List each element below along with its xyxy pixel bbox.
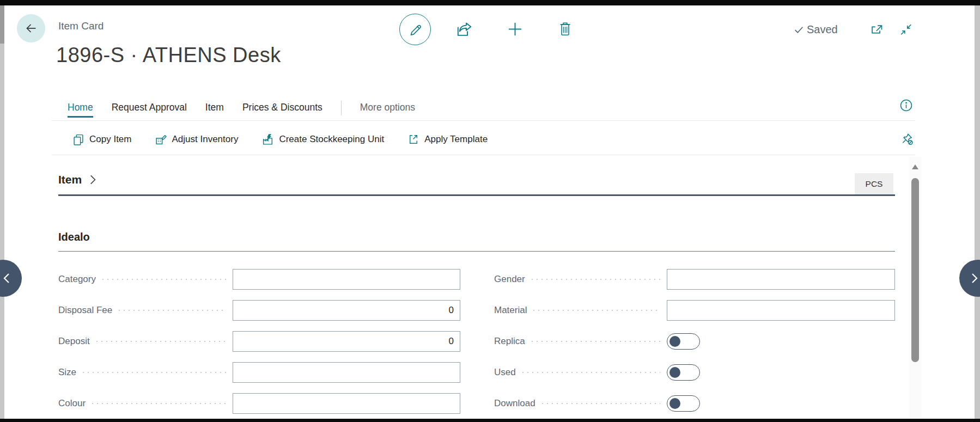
copy-item-label: Copy Item [89, 134, 131, 145]
field-row-replica: Replica [494, 331, 895, 352]
dotted-leader [96, 341, 226, 342]
left-frame-strip-dark [0, 5, 4, 44]
size-label: Size [58, 367, 76, 378]
toggle-knob [669, 398, 680, 409]
new-button[interactable] [507, 21, 524, 38]
copy-item-button[interactable]: Copy Item [72, 133, 131, 145]
download-toggle[interactable] [667, 395, 700, 412]
right-frame-strip [975, 5, 980, 419]
category-label: Category [58, 274, 96, 285]
share-button[interactable] [455, 21, 473, 36]
material-input[interactable] [667, 300, 895, 321]
create-stockkeeping-unit-label: Create Stockkeeping Unit [279, 134, 384, 145]
fasttab-underline [58, 194, 895, 196]
tab-divider [341, 101, 342, 115]
field-row-used: Used [494, 362, 895, 383]
info-icon [899, 98, 914, 113]
adjust-inventory-label: Adjust Inventory [172, 134, 238, 145]
create-stockkeeping-unit-button[interactable]: Create Stockkeeping Unit [261, 133, 384, 146]
tab-request-approval[interactable]: Request Approval [112, 96, 187, 120]
colour-label: Colour [58, 398, 86, 409]
dotted-leader [83, 372, 226, 373]
category-input[interactable] [233, 269, 460, 290]
fasttab-item-caption: Item [58, 173, 82, 186]
field-row-size: Size [58, 362, 460, 383]
download-label: Download [494, 398, 535, 409]
bottom-frame-bar [0, 419, 980, 422]
group-underline [58, 251, 895, 252]
trash-icon [558, 21, 572, 36]
delete-button[interactable] [558, 21, 572, 36]
colour-input[interactable] [233, 393, 460, 414]
disposal-fee-label: Disposal Fee [58, 305, 112, 316]
previous-record-button[interactable] [0, 260, 22, 297]
tab-prices-discounts[interactable]: Prices & Discounts [242, 96, 322, 120]
edit-button[interactable] [399, 14, 431, 45]
dotted-leader [102, 279, 226, 280]
share-icon [455, 21, 473, 36]
group-header-idealo[interactable]: Idealo [58, 231, 90, 243]
back-arrow-icon [23, 21, 39, 35]
save-status: Saved [793, 23, 838, 36]
more-options-menu[interactable]: More options [360, 96, 415, 120]
plus-icon [507, 21, 524, 38]
apply-template-button[interactable]: Apply Template [407, 133, 488, 145]
chevron-right-icon [967, 271, 980, 285]
collapse-window-icon [899, 23, 913, 36]
dotted-leader [532, 279, 660, 280]
back-button[interactable] [17, 14, 45, 42]
dotted-leader [119, 310, 226, 311]
chevron-left-icon [0, 271, 14, 285]
next-record-button[interactable] [959, 260, 980, 297]
apply-template-label: Apply Template [424, 134, 488, 145]
copy-item-icon [72, 133, 84, 145]
toggle-knob [669, 336, 680, 347]
dotted-leader [542, 403, 660, 404]
gender-input[interactable] [667, 269, 895, 290]
size-input[interactable] [233, 362, 460, 383]
apply-template-icon [407, 133, 419, 145]
unpin-icon [900, 132, 914, 145]
field-row-gender: Gender [494, 269, 895, 290]
field-row-colour: Colour [58, 393, 460, 414]
action-toolbar: Copy Item Adjust Inventory Create Stockk… [52, 124, 915, 155]
open-in-new-window-icon [869, 23, 884, 36]
unit-of-measure-badge: PCS [855, 173, 893, 195]
field-column-left: Category Disposal Fee Deposit [58, 269, 460, 414]
replica-toggle[interactable] [667, 333, 700, 350]
tab-item[interactable]: Item [205, 96, 224, 120]
field-row-category: Category [58, 269, 460, 290]
info-button[interactable] [899, 98, 914, 113]
top-frame-bar [0, 0, 980, 5]
collapse-window-button[interactable] [899, 23, 913, 36]
vertical-scrollbar[interactable] [909, 157, 921, 419]
field-row-deposit: Deposit [58, 331, 460, 352]
open-in-new-window-button[interactable] [869, 23, 884, 36]
dotted-leader [522, 372, 660, 373]
tab-home[interactable]: Home [68, 96, 93, 120]
adjust-inventory-icon [155, 133, 167, 145]
scrollbar-thumb[interactable] [911, 178, 919, 362]
adjust-inventory-button[interactable]: Adjust Inventory [155, 133, 238, 145]
create-stockkeeping-unit-icon [261, 133, 274, 146]
field-row-disposal-fee: Disposal Fee [58, 300, 460, 321]
unpin-button[interactable] [900, 132, 914, 145]
disposal-fee-input[interactable] [233, 300, 460, 321]
deposit-input[interactable] [233, 331, 460, 352]
deposit-label: Deposit [58, 336, 90, 347]
page-title: Item Card [58, 20, 104, 32]
field-grid: Category Disposal Fee Deposit [58, 269, 895, 414]
chevron-right-expand-icon [88, 174, 97, 186]
pencil-icon [408, 22, 423, 37]
fasttab-item-header[interactable]: Item [58, 173, 97, 186]
item-card-screen: Item Card [0, 0, 980, 422]
left-frame-strip [0, 5, 4, 419]
scroll-up-arrow-icon[interactable] [912, 164, 918, 169]
record-title: 1896-S · ATHENS Desk [56, 44, 281, 67]
field-row-download: Download [494, 393, 895, 414]
field-row-material: Material [494, 300, 895, 321]
used-toggle[interactable] [667, 364, 700, 381]
dotted-leader [532, 341, 660, 342]
toggle-knob [669, 367, 680, 378]
dotted-leader [92, 403, 226, 404]
